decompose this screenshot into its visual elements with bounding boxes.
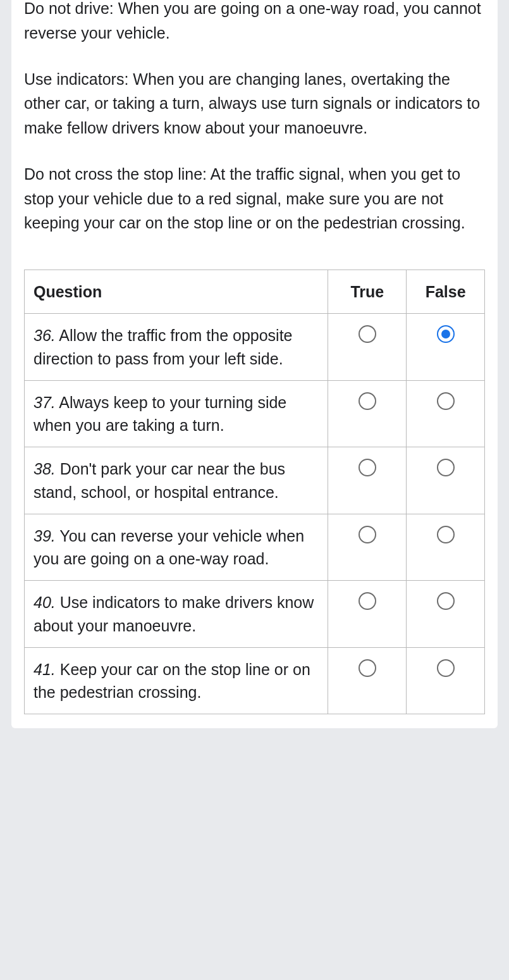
instruction-paragraph: Do not drive: When you are going on a on… [24, 0, 485, 46]
true-cell [328, 447, 407, 514]
true-cell [328, 314, 407, 381]
table-row: 41. Keep your car on the stop line or on… [25, 647, 485, 714]
radio-true[interactable] [359, 526, 376, 543]
radio-false[interactable] [437, 325, 455, 343]
radio-true[interactable] [359, 392, 376, 410]
content-card: Do not drive: When you are going on a on… [11, 0, 498, 728]
instruction-paragraph: Use indicators: When you are changing la… [24, 67, 485, 140]
radio-true[interactable] [359, 659, 376, 677]
header-question: Question [25, 270, 328, 314]
table-row: 40. Use indicators to make drivers know … [25, 581, 485, 648]
table-row: 39. You can reverse your vehicle when yo… [25, 514, 485, 581]
false-cell [407, 647, 485, 714]
question-table-wrap: Question True False 36. Allow the traffi… [24, 270, 485, 714]
table-row: 37. Always keep to your turning side whe… [25, 380, 485, 447]
table-row: 36. Allow the traffic from the opposite … [25, 314, 485, 381]
question-text: Use indicators to make drivers know abou… [34, 593, 314, 634]
header-false: False [407, 270, 485, 314]
question-tbody: 36. Allow the traffic from the opposite … [25, 314, 485, 714]
question-number: 41. [34, 661, 56, 678]
question-cell: 38. Don't park your car near the bus sta… [25, 447, 328, 514]
question-text: You can reverse your vehicle when you ar… [34, 527, 304, 568]
question-table: Question True False 36. Allow the traffi… [24, 270, 485, 714]
question-text: Don't park your car near the bus stand, … [34, 460, 285, 500]
question-number: 38. [34, 460, 56, 478]
table-header-row: Question True False [25, 270, 485, 314]
question-cell: 36. Allow the traffic from the opposite … [25, 314, 328, 381]
radio-false[interactable] [437, 459, 455, 476]
radio-false[interactable] [437, 392, 455, 410]
question-number: 40. [34, 593, 56, 611]
question-cell: 37. Always keep to your turning side whe… [25, 380, 328, 447]
true-cell [328, 380, 407, 447]
question-text: Allow the traffic from the opposite dire… [34, 326, 293, 367]
radio-false[interactable] [437, 526, 455, 543]
question-cell: 41. Keep your car on the stop line or on… [25, 647, 328, 714]
question-text: Keep your car on the stop line or on the… [34, 661, 310, 701]
question-number: 37. [34, 394, 56, 411]
radio-true[interactable] [359, 459, 376, 476]
radio-false[interactable] [437, 592, 455, 610]
question-number: 39. [34, 527, 56, 545]
true-cell [328, 514, 407, 581]
false-cell [407, 380, 485, 447]
radio-true[interactable] [359, 592, 376, 610]
instruction-paragraph: Do not cross the stop line: At the traff… [24, 162, 485, 235]
header-true: True [328, 270, 407, 314]
false-cell [407, 314, 485, 381]
question-cell: 39. You can reverse your vehicle when yo… [25, 514, 328, 581]
radio-false[interactable] [437, 659, 455, 677]
false-cell [407, 447, 485, 514]
question-cell: 40. Use indicators to make drivers know … [25, 581, 328, 648]
question-text: Always keep to your turning side when yo… [34, 394, 286, 434]
table-row: 38. Don't park your car near the bus sta… [25, 447, 485, 514]
false-cell [407, 581, 485, 648]
true-cell [328, 647, 407, 714]
false-cell [407, 514, 485, 581]
true-cell [328, 581, 407, 648]
radio-true[interactable] [359, 325, 376, 343]
question-number: 36. [34, 326, 56, 344]
